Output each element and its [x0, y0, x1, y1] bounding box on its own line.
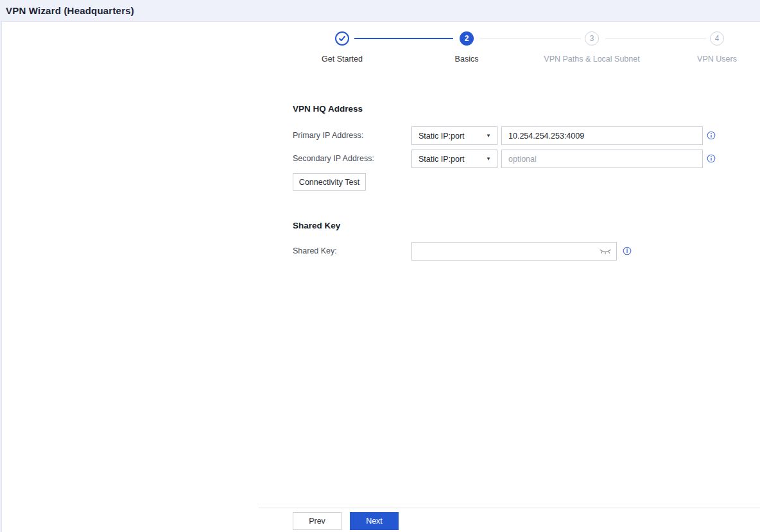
primary-ip-type-value: Static IP:port [412, 132, 486, 141]
primary-ip-type-select[interactable]: Static IP:port ▼ [411, 126, 497, 145]
primary-ip-input[interactable] [501, 126, 703, 145]
prev-button[interactable]: Prev [293, 512, 341, 530]
step-4-label: VPN Users [697, 55, 737, 64]
step-2-circle: 2 [460, 31, 474, 46]
step-3-circle: 3 [585, 31, 599, 46]
step-connector-2-3 [480, 39, 581, 39]
step-2-label: Basics [455, 55, 479, 64]
primary-ip-label: Primary IP Address: [293, 131, 363, 140]
wizard-panel: 2 3 4 Get Started Basics VPN Paths & Loc… [1, 21, 760, 532]
next-button[interactable]: Next [350, 512, 399, 530]
section-title-vpn-hq-address: VPN HQ Address [293, 104, 363, 114]
footer-divider [259, 508, 760, 508]
step-1-label: Get Started [322, 55, 363, 64]
shared-key-label: Shared Key: [293, 246, 337, 255]
step-3-label: VPN Paths & Local Subnet [544, 55, 639, 64]
step-connector-1-2 [354, 38, 453, 39]
step-1-circle [335, 31, 349, 46]
eye-closed-icon[interactable] [599, 247, 612, 256]
section-title-shared-key: Shared Key [293, 221, 340, 230]
step-connector-3-4 [605, 39, 706, 39]
secondary-ip-input[interactable] [501, 150, 703, 168]
check-icon [338, 34, 347, 43]
shared-key-input[interactable] [411, 242, 617, 261]
step-4-circle: 4 [710, 31, 724, 46]
secondary-ip-type-value: Static IP:port [412, 155, 486, 164]
chevron-down-icon: ▼ [486, 156, 497, 162]
primary-ip-info-icon[interactable] [707, 131, 716, 140]
vpn-wizard-page: VPN Wizard (Headquarters) 2 3 4 Get Star… [0, 0, 760, 532]
step-2-number: 2 [465, 34, 469, 43]
shared-key-info-icon[interactable] [623, 246, 632, 255]
secondary-ip-label: Secondary IP Address: [293, 154, 374, 163]
step-3-number: 3 [590, 34, 594, 43]
connectivity-test-button[interactable]: Connectivity Test [293, 173, 366, 191]
secondary-ip-info-icon[interactable] [707, 154, 716, 163]
page-header: VPN Wizard (Headquarters) [0, 0, 760, 21]
page-title: VPN Wizard (Headquarters) [0, 5, 134, 16]
secondary-ip-type-select[interactable]: Static IP:port ▼ [411, 150, 497, 168]
step-4-number: 4 [715, 34, 720, 43]
chevron-down-icon: ▼ [486, 133, 497, 139]
